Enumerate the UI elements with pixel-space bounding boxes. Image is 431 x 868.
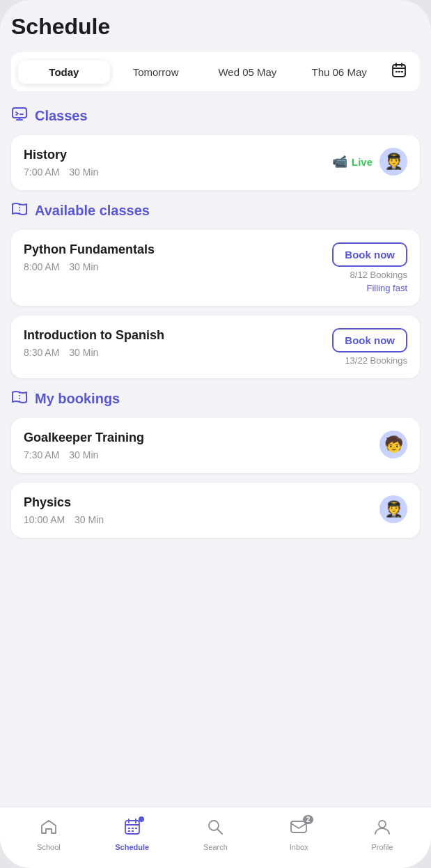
- python-title: Python Fundamentals: [24, 242, 155, 257]
- svg-point-23: [379, 821, 386, 828]
- tab-wed[interactable]: Wed 05 May: [202, 61, 294, 84]
- bottom-navigation: School Schedule: [0, 807, 431, 868]
- profile-icon: [373, 818, 391, 840]
- spanish-bookings-count: 13/22 Bookings: [345, 355, 407, 366]
- svg-rect-19: [132, 830, 134, 832]
- nav-school-label: School: [37, 843, 61, 851]
- inbox-icon: 2: [290, 818, 308, 840]
- history-title: History: [24, 148, 105, 162]
- physics-info: Physics 10:00 AM 30 Min: [24, 495, 111, 525]
- classes-title: Classes: [35, 108, 88, 124]
- nav-profile[interactable]: Profile: [361, 818, 403, 851]
- history-info: History 7:00 AM 30 Min: [24, 148, 105, 178]
- nav-school[interactable]: School: [28, 818, 70, 851]
- classes-section-header: Classes: [11, 107, 420, 125]
- python-filling-fast: Filling fast: [366, 283, 407, 293]
- search-icon: [206, 818, 224, 840]
- goalkeeper-time: 7:30 AM 30 Min: [24, 449, 144, 460]
- svg-rect-11: [125, 821, 139, 834]
- my-bookings-section-header: My bookings: [11, 389, 420, 408]
- history-card: History 7:00 AM 30 Min 📹 Live 🧑‍✈️: [11, 135, 420, 190]
- schedule-icon: [123, 818, 141, 840]
- svg-rect-4: [395, 71, 398, 72]
- python-book-button[interactable]: Book now: [332, 242, 407, 267]
- svg-rect-0: [393, 65, 405, 77]
- history-time: 7:00 AM 30 Min: [24, 166, 105, 178]
- goalkeeper-title: Goalkeeper Training: [24, 431, 144, 445]
- spanish-booking-area: Book now 13/22 Bookings: [332, 328, 407, 366]
- svg-rect-16: [132, 828, 134, 829]
- physics-card: Physics 10:00 AM 30 Min 🧑‍✈️: [11, 483, 420, 538]
- page-title: Schedule: [11, 14, 420, 40]
- schedule-badge-dot: [139, 816, 144, 822]
- nav-profile-label: Profile: [371, 843, 393, 851]
- goalkeeper-info: Goalkeeper Training 7:30 AM 30 Min: [24, 431, 144, 460]
- physics-time: 10:00 AM 30 Min: [24, 514, 111, 525]
- live-badge: 📹 Live: [332, 154, 373, 169]
- date-tab-bar: Today Tomorrow Wed 05 May Thu 06 May: [11, 52, 420, 91]
- spanish-title: Introduction to Spanish: [24, 328, 164, 343]
- tab-thu[interactable]: Thu 06 May: [293, 61, 385, 84]
- nav-search-label: Search: [203, 843, 228, 851]
- spanish-time: 8:30 AM 30 Min: [24, 347, 164, 358]
- svg-rect-5: [398, 71, 400, 72]
- nav-schedule[interactable]: Schedule: [111, 818, 153, 851]
- available-classes-section-header: Available classes: [11, 201, 420, 220]
- spanish-book-button[interactable]: Book now: [332, 328, 407, 352]
- spanish-info: Introduction to Spanish 8:30 AM 30 Min: [24, 328, 164, 358]
- goalkeeper-avatar: 🧒: [379, 431, 407, 458]
- python-booking-area: Book now 8/12 Bookings Filling fast: [332, 242, 407, 293]
- inbox-badge: 2: [303, 815, 314, 824]
- nav-inbox[interactable]: 2 Inbox: [278, 818, 320, 851]
- physics-avatar: 🧑‍✈️: [379, 495, 407, 523]
- svg-rect-17: [135, 828, 137, 829]
- python-bookings-count: 8/12 Bookings: [350, 270, 407, 280]
- svg-line-21: [218, 829, 223, 834]
- available-classes-icon: [11, 201, 28, 220]
- tab-today[interactable]: Today: [18, 61, 110, 84]
- svg-rect-7: [13, 108, 26, 118]
- physics-title: Physics: [24, 495, 111, 510]
- school-icon: [40, 818, 58, 840]
- nav-schedule-label: Schedule: [115, 843, 149, 851]
- python-info: Python Fundamentals 8:00 AM 30 Min: [24, 242, 155, 272]
- my-bookings-title: My bookings: [35, 391, 120, 407]
- available-classes-title: Available classes: [35, 203, 150, 219]
- history-live-area: 📹 Live 🧑‍✈️: [332, 148, 407, 176]
- goalkeeper-card: Goalkeeper Training 7:30 AM 30 Min 🧒: [11, 418, 420, 473]
- nav-search[interactable]: Search: [194, 818, 236, 851]
- classes-icon: [11, 107, 28, 125]
- python-card: Python Fundamentals 8:00 AM 30 Min Book …: [11, 230, 420, 306]
- my-bookings-icon: [11, 389, 28, 408]
- python-time: 8:00 AM 30 Min: [24, 261, 155, 272]
- camera-icon: 📹: [332, 154, 347, 169]
- svg-rect-6: [401, 71, 403, 72]
- spanish-card: Introduction to Spanish 8:30 AM 30 Min B…: [11, 316, 420, 378]
- calendar-icon[interactable]: [385, 58, 413, 86]
- tab-tomorrow[interactable]: Tomorrow: [110, 61, 202, 84]
- svg-rect-15: [128, 828, 130, 829]
- history-avatar: 🧑‍✈️: [379, 148, 407, 176]
- svg-rect-18: [128, 830, 130, 832]
- nav-inbox-label: Inbox: [290, 843, 308, 851]
